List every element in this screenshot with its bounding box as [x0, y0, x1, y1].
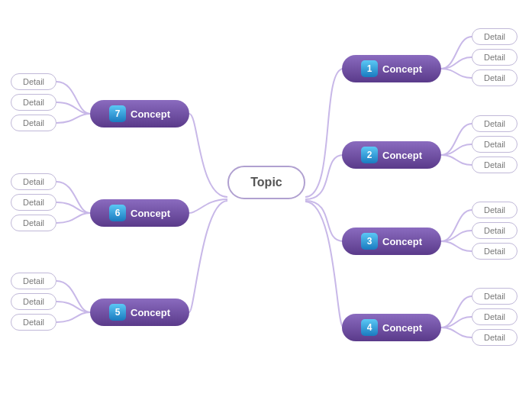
concept-node-1[interactable]: 1 Concept	[342, 55, 441, 82]
concept-label-2: Concept	[382, 150, 422, 161]
topic-node[interactable]: Topic	[227, 166, 305, 199]
concept-node-2[interactable]: 2 Concept	[342, 141, 441, 169]
concept-label-5: Concept	[131, 307, 170, 318]
detail-l6-1[interactable]: Detail	[11, 173, 56, 190]
detail-r4-2[interactable]: Detail	[472, 308, 517, 325]
detail-r3-3[interactable]: Detail	[472, 243, 517, 260]
concept-node-7[interactable]: 7 Concept	[90, 100, 189, 127]
detail-l5-2[interactable]: Detail	[11, 293, 56, 310]
detail-r1-2[interactable]: Detail	[472, 49, 517, 66]
concept-label-3: Concept	[382, 236, 422, 247]
concept-badge-5: 5	[109, 304, 126, 321]
detail-l7-3[interactable]: Detail	[11, 115, 56, 131]
detail-r3-1[interactable]: Detail	[472, 202, 517, 218]
detail-l5-3[interactable]: Detail	[11, 314, 56, 331]
detail-l7-2[interactable]: Detail	[11, 94, 56, 111]
concept-label-4: Concept	[382, 322, 422, 334]
detail-l6-2[interactable]: Detail	[11, 194, 56, 211]
detail-r2-3[interactable]: Detail	[472, 157, 517, 173]
concept-label-6: Concept	[131, 208, 170, 219]
concept-badge-1: 1	[361, 60, 378, 77]
concept-node-5[interactable]: 5 Concept	[90, 299, 189, 326]
detail-r4-3[interactable]: Detail	[472, 329, 517, 346]
detail-r3-2[interactable]: Detail	[472, 222, 517, 239]
concept-node-6[interactable]: 6 Concept	[90, 199, 189, 227]
concept-badge-6: 6	[109, 205, 126, 221]
concept-badge-3: 3	[361, 233, 378, 250]
detail-r2-1[interactable]: Detail	[472, 115, 517, 132]
detail-r1-1[interactable]: Detail	[472, 28, 517, 45]
concept-badge-7: 7	[109, 105, 126, 122]
detail-r2-2[interactable]: Detail	[472, 136, 517, 153]
detail-r1-3[interactable]: Detail	[472, 69, 517, 86]
mind-map-canvas: .conn { fill: none; stroke: #c8b8e8; str…	[0, 0, 532, 397]
detail-l7-1[interactable]: Detail	[11, 73, 56, 90]
concept-node-3[interactable]: 3 Concept	[342, 228, 441, 255]
detail-l5-1[interactable]: Detail	[11, 273, 56, 289]
concept-badge-2: 2	[361, 147, 378, 163]
concept-label-7: Concept	[131, 108, 170, 120]
concept-label-1: Concept	[382, 63, 422, 75]
detail-l6-3[interactable]: Detail	[11, 215, 56, 231]
topic-label: Topic	[250, 176, 282, 189]
concept-badge-4: 4	[361, 319, 378, 336]
concept-node-4[interactable]: 4 Concept	[342, 314, 441, 341]
detail-r4-1[interactable]: Detail	[472, 288, 517, 305]
